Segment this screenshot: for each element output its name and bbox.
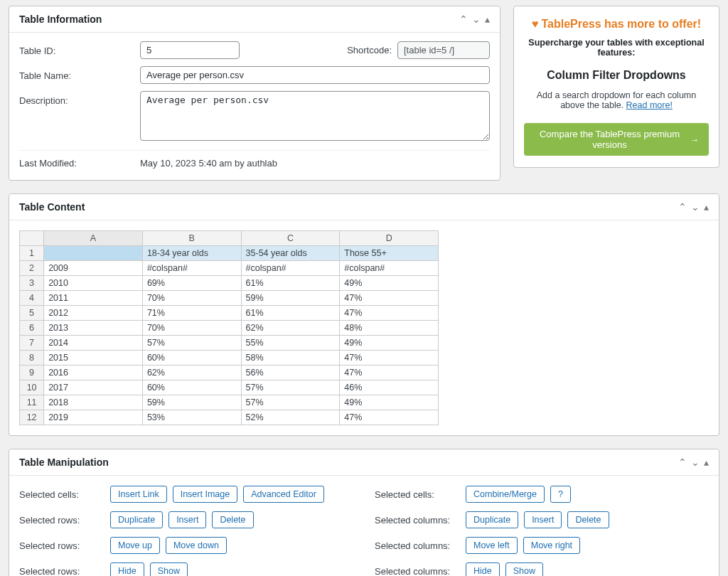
cell[interactable]: 57% [241, 380, 340, 395]
cell[interactable]: 56% [241, 366, 340, 380]
cell[interactable]: 47% [340, 351, 439, 366]
row-header[interactable]: 5 [20, 306, 44, 321]
cell[interactable]: 61% [241, 276, 340, 291]
cell[interactable]: 47% [340, 306, 439, 321]
promo-read-more-link[interactable]: Read more! [626, 100, 673, 110]
hide-rows-button[interactable]: Hide [110, 562, 144, 576]
cell[interactable]: 2015 [44, 351, 143, 366]
cell[interactable]: 69% [142, 276, 241, 291]
insert-link-button[interactable]: Insert Link [110, 486, 167, 503]
cell[interactable]: 46% [340, 380, 439, 395]
delete-cols-button[interactable]: Delete [567, 511, 609, 528]
cell[interactable]: 2019 [44, 410, 143, 425]
shortcode-input[interactable] [397, 41, 490, 59]
caret-up-icon[interactable]: ▴ [485, 14, 490, 24]
cell[interactable]: 58% [241, 351, 340, 366]
cell[interactable]: 55% [241, 336, 340, 351]
move-left-button[interactable]: Move left [466, 537, 518, 554]
cell[interactable]: 61% [241, 306, 340, 321]
table-name-input[interactable] [140, 66, 490, 84]
cell[interactable]: 70% [142, 291, 241, 306]
move-up-button[interactable]: Move up [110, 537, 160, 554]
cell[interactable]: 52% [241, 410, 340, 425]
chevron-up-icon[interactable]: ⌃ [678, 202, 687, 212]
chevron-down-icon[interactable]: ⌄ [691, 202, 700, 212]
col-header-a[interactable]: A [44, 231, 143, 246]
row-header[interactable]: 11 [20, 395, 44, 410]
cell[interactable]: 49% [340, 276, 439, 291]
row-header[interactable]: 3 [20, 276, 44, 291]
row-header[interactable]: 4 [20, 291, 44, 306]
chevron-down-icon[interactable]: ⌄ [691, 457, 700, 467]
cell[interactable]: 2016 [44, 366, 143, 380]
cell[interactable]: 2017 [44, 380, 143, 395]
row-header[interactable]: 12 [20, 410, 44, 425]
cell[interactable]: 70% [142, 321, 241, 336]
cell[interactable]: 57% [142, 336, 241, 351]
cell[interactable] [44, 246, 143, 261]
row-header[interactable]: 2 [20, 261, 44, 276]
cell[interactable]: 47% [340, 366, 439, 380]
cell[interactable]: #colspan# [241, 261, 340, 276]
chevron-up-icon[interactable]: ⌃ [459, 14, 468, 24]
compare-premium-button[interactable]: Compare the TablePress premium versions→ [524, 123, 709, 156]
caret-up-icon[interactable]: ▴ [704, 202, 709, 212]
col-header-b[interactable]: B [142, 231, 241, 246]
cell[interactable]: 2009 [44, 261, 143, 276]
cell[interactable]: 2013 [44, 321, 143, 336]
chevron-down-icon[interactable]: ⌄ [472, 14, 481, 24]
advanced-editor-button[interactable]: Advanced Editor [243, 486, 324, 503]
cell[interactable]: 60% [142, 351, 241, 366]
row-header[interactable]: 1 [20, 246, 44, 261]
cell[interactable]: 49% [340, 395, 439, 410]
chevron-up-icon[interactable]: ⌃ [678, 457, 687, 467]
cell[interactable]: 49% [340, 336, 439, 351]
row-header[interactable]: 7 [20, 336, 44, 351]
duplicate-rows-button[interactable]: Duplicate [110, 511, 163, 528]
cell[interactable]: 62% [241, 321, 340, 336]
help-button[interactable]: ? [550, 486, 571, 503]
cell[interactable]: #colspan# [340, 261, 439, 276]
duplicate-cols-button[interactable]: Duplicate [466, 511, 518, 528]
cell[interactable]: 47% [340, 291, 439, 306]
caret-up-icon[interactable]: ▴ [704, 457, 709, 467]
cell[interactable]: Those 55+ [340, 246, 439, 261]
spreadsheet[interactable]: A B C D 118-34 year olds35-54 year oldsT… [19, 230, 439, 425]
insert-image-button[interactable]: Insert Image [173, 486, 237, 503]
cell[interactable]: 59% [142, 395, 241, 410]
col-header-c[interactable]: C [241, 231, 340, 246]
move-right-button[interactable]: Move right [523, 537, 580, 554]
cell[interactable]: 62% [142, 366, 241, 380]
cell[interactable]: 59% [241, 291, 340, 306]
cell[interactable]: 2018 [44, 395, 143, 410]
table-id-input[interactable] [140, 41, 240, 59]
row-header[interactable]: 8 [20, 351, 44, 366]
description-textarea[interactable] [140, 91, 490, 141]
show-rows-button[interactable]: Show [150, 562, 188, 576]
cell[interactable]: 18-34 year olds [142, 246, 241, 261]
insert-cols-button[interactable]: Insert [524, 511, 562, 528]
hide-cols-button[interactable]: Hide [466, 562, 500, 576]
cell[interactable]: 60% [142, 380, 241, 395]
row-header[interactable]: 10 [20, 380, 44, 395]
move-down-button[interactable]: Move down [166, 537, 227, 554]
delete-rows-button[interactable]: Delete [212, 511, 253, 528]
insert-rows-button[interactable]: Insert [168, 511, 206, 528]
cell[interactable]: 53% [142, 410, 241, 425]
cell[interactable]: 71% [142, 306, 241, 321]
row-header[interactable]: 9 [20, 366, 44, 380]
cell[interactable]: #colspan# [142, 261, 241, 276]
corner-cell[interactable] [20, 231, 44, 246]
cell[interactable]: 35-54 year olds [241, 246, 340, 261]
cell[interactable]: 2011 [44, 291, 143, 306]
cell[interactable]: 48% [340, 321, 439, 336]
show-cols-button[interactable]: Show [505, 562, 543, 576]
col-header-d[interactable]: D [340, 231, 439, 246]
cell[interactable]: 57% [241, 395, 340, 410]
cell[interactable]: 2012 [44, 306, 143, 321]
cell[interactable]: 2010 [44, 276, 143, 291]
combine-merge-button[interactable]: Combine/Merge [466, 486, 545, 503]
cell[interactable]: 47% [340, 410, 439, 425]
row-header[interactable]: 6 [20, 321, 44, 336]
cell[interactable]: 2014 [44, 336, 143, 351]
